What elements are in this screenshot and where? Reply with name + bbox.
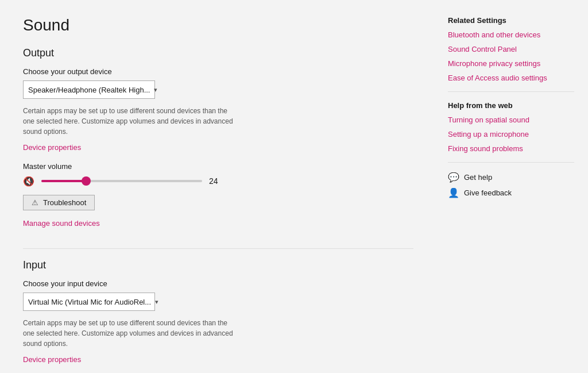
output-section-title: Output bbox=[23, 47, 413, 59]
section-divider bbox=[23, 248, 413, 249]
get-help-icon: 💬 bbox=[448, 172, 459, 183]
volume-value: 24 bbox=[209, 176, 225, 186]
sidebar-divider-2 bbox=[448, 162, 574, 163]
give-feedback-item[interactable]: 👤 Give feedback bbox=[448, 187, 574, 198]
input-device-chevron-icon: ▾ bbox=[155, 298, 158, 306]
help-from-web-title: Help from the web bbox=[448, 101, 574, 110]
manage-sound-devices-link[interactable]: Manage sound devices bbox=[23, 219, 100, 228]
output-device-properties-link[interactable]: Device properties bbox=[23, 143, 81, 152]
volume-label: Master volume bbox=[23, 162, 413, 171]
slider-thumb[interactable] bbox=[82, 176, 91, 186]
input-device-label: Choose your input device bbox=[23, 279, 413, 288]
output-device-select[interactable]: Speaker/Headphone (Realtek High... ▾ bbox=[23, 80, 155, 99]
troubleshoot-label: Troubleshoot bbox=[43, 198, 86, 207]
output-device-chevron-icon: ▾ bbox=[154, 86, 157, 94]
spatial-sound-link[interactable]: Turning on spatial sound bbox=[448, 116, 574, 124]
related-settings-title: Related Settings bbox=[448, 16, 574, 25]
page-title: Sound bbox=[23, 16, 413, 34]
input-device-select[interactable]: Virtual Mic (Virtual Mic for AudioRel...… bbox=[23, 293, 155, 311]
troubleshoot-button[interactable]: ⚠ Troubleshoot bbox=[23, 195, 95, 210]
input-device-select-input[interactable]: Virtual Mic (Virtual Mic for AudioRel... bbox=[28, 298, 152, 306]
fixing-sound-problems-link[interactable]: Fixing sound problems bbox=[448, 144, 574, 153]
feedback-icon: 👤 bbox=[448, 187, 459, 198]
slider-track bbox=[41, 180, 202, 182]
get-help-item[interactable]: 💬 Get help bbox=[448, 172, 574, 183]
setup-microphone-link[interactable]: Setting up a microphone bbox=[448, 130, 574, 139]
output-device-label: Choose your output device bbox=[23, 67, 413, 76]
mute-icon: 🔇 bbox=[23, 176, 34, 187]
input-section-title: Input bbox=[23, 259, 413, 271]
ease-of-access-link[interactable]: Ease of Access audio settings bbox=[448, 74, 574, 82]
give-feedback-label[interactable]: Give feedback bbox=[464, 189, 512, 197]
input-device-properties-link[interactable]: Device properties bbox=[23, 355, 81, 364]
output-info-text: Certain apps may be set up to use differ… bbox=[23, 106, 235, 137]
get-help-label[interactable]: Get help bbox=[464, 173, 492, 182]
volume-slider[interactable] bbox=[41, 175, 202, 187]
warning-icon: ⚠ bbox=[32, 198, 38, 207]
sound-control-panel-link[interactable]: Sound Control Panel bbox=[448, 45, 574, 53]
slider-fill bbox=[41, 180, 86, 182]
sidebar-divider bbox=[448, 91, 574, 92]
microphone-privacy-link[interactable]: Microphone privacy settings bbox=[448, 59, 574, 68]
input-info-text: Certain apps may be set up to use differ… bbox=[23, 318, 235, 349]
output-device-select-input[interactable]: Speaker/Headphone (Realtek High... bbox=[28, 86, 150, 94]
bluetooth-devices-link[interactable]: Bluetooth and other devices bbox=[448, 30, 574, 39]
